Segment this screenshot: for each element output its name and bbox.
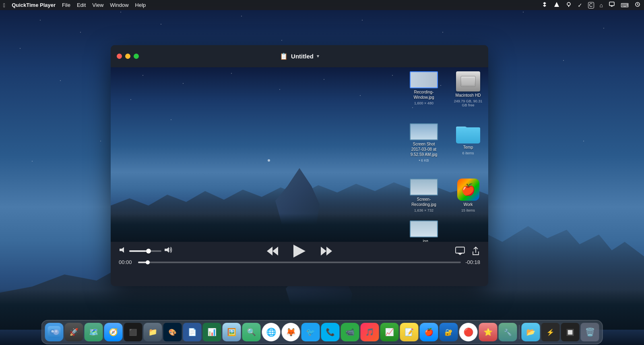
- maximize-button[interactable]: [134, 54, 139, 59]
- dock-music[interactable]: 🎵: [361, 323, 379, 341]
- title-chevron-icon[interactable]: ▾: [317, 54, 319, 59]
- controls-bar: 00:00 -00:18: [111, 242, 488, 286]
- svg-marker-14: [326, 247, 332, 256]
- quicktime-window: 📋 Untitled ▾: [111, 45, 488, 286]
- dock-appstore[interactable]: 🍎: [420, 323, 438, 341]
- fast-forward-button[interactable]: [319, 245, 334, 257]
- dock-facetime[interactable]: 📹: [341, 323, 359, 341]
- screenshot-thumb: [410, 123, 438, 140]
- dock-finder[interactable]: [45, 323, 64, 341]
- dock-launchpad[interactable]: 🚀: [65, 323, 83, 341]
- airplay-menubar-icon[interactable]: [609, 1, 615, 9]
- progress-row: 00:00 -00:18: [119, 259, 480, 265]
- video-area: Recording-Window.jpg 1,600 × 480 Macinto…: [111, 67, 488, 242]
- video-icon-screenshot: Screen Shot 2017-03-08 at 9.52.59 AM.jpg…: [408, 123, 440, 162]
- video-icon-row-2: Screen Shot 2017-03-08 at 9.52.59 AM.jpg…: [408, 123, 484, 162]
- volume-low-icon[interactable]: [119, 246, 127, 256]
- dock-files[interactable]: 📁: [144, 323, 162, 341]
- volume-fill: [129, 250, 149, 252]
- dock-excel[interactable]: 📊: [203, 323, 221, 341]
- right-controls: [455, 246, 480, 256]
- menubar-view[interactable]: View: [92, 2, 103, 8]
- folder-icon: [456, 123, 480, 143]
- controls-top-row: [119, 246, 480, 256]
- c-icon[interactable]: C: [588, 2, 594, 8]
- dock-twitter[interactable]: 🐦: [301, 323, 320, 341]
- video-icon-screen-recording: Screen-Recording.jpg 1,636 × 732: [408, 179, 440, 212]
- menubar-edit[interactable]: Edit: [77, 2, 86, 8]
- partial-label: ...jpg: [419, 239, 428, 242]
- dock-photoshop[interactable]: 🎨: [163, 323, 182, 341]
- dock-misc1[interactable]: ⭐: [479, 323, 497, 341]
- dock-safari[interactable]: 🧭: [104, 323, 123, 341]
- dock-notes[interactable]: 📝: [400, 323, 419, 341]
- dock-misc3[interactable]: 🔲: [561, 323, 580, 341]
- progress-bar[interactable]: [138, 262, 461, 263]
- dock-files2[interactable]: 📂: [522, 323, 540, 341]
- dock-chrome[interactable]: 🌐: [262, 323, 281, 341]
- dock-numbers[interactable]: 📈: [380, 323, 399, 341]
- volume-knob: [146, 249, 151, 254]
- svg-rect-15: [456, 247, 464, 253]
- screen-recording-thumb: [410, 179, 438, 195]
- menubar-file[interactable]: File: [62, 2, 70, 8]
- dock: 🚀 🗺️ 🧭 ⬛ 📁 🎨 📄 📊 🖼️ 🔍 🌐 🦊 🐦 📞 📹 🎵 📈 📝 🍎 …: [41, 320, 603, 344]
- play-button[interactable]: [292, 243, 307, 259]
- airplay-button[interactable]: [455, 247, 465, 256]
- minimize-button[interactable]: [125, 54, 130, 59]
- 1password-menubar-icon[interactable]: [566, 1, 572, 9]
- keyboard-icon[interactable]: ⌨: [621, 2, 629, 8]
- volume-high-icon: [164, 246, 173, 256]
- recording-window-thumb: [410, 71, 438, 88]
- temp-folder-label: Temp: [463, 145, 473, 150]
- recording-window-label: Recording-Window.jpg: [408, 89, 440, 100]
- progress-knob: [146, 260, 150, 264]
- time-machine-icon[interactable]: [634, 1, 641, 9]
- dock-opera[interactable]: 🔴: [459, 323, 478, 341]
- window-title-text: Untitled: [291, 53, 314, 60]
- partial-thumb: [410, 220, 438, 237]
- video-content: Recording-Window.jpg 1,600 × 480 Macinto…: [111, 67, 488, 242]
- dock-maps[interactable]: 🗺️: [85, 323, 103, 341]
- dock-trash[interactable]: 🗑️: [581, 323, 599, 341]
- share-button[interactable]: [471, 246, 480, 256]
- svg-marker-13: [321, 247, 326, 256]
- svg-point-21: [55, 330, 58, 333]
- svg-marker-8: [120, 247, 124, 253]
- menubar-app-name[interactable]: QuickTime Player: [12, 2, 56, 8]
- video-icon-partial: ...jpg: [408, 220, 440, 242]
- work-label: Work: [463, 202, 473, 207]
- dock-something[interactable]: 🔍: [242, 323, 261, 341]
- svg-marker-16: [458, 253, 462, 255]
- menubar-left:  QuickTime Player File Edit View Window…: [3, 2, 146, 8]
- volume-slider[interactable]: [129, 250, 161, 252]
- apple-logo: 🍎: [457, 179, 479, 201]
- dock-misc2[interactable]: 🔧: [499, 323, 517, 341]
- window-title: 📋 Untitled ▾: [280, 52, 319, 60]
- menubar-window[interactable]: Window: [110, 2, 128, 8]
- screen-recording-sublabel: 1,636 × 732: [414, 208, 433, 212]
- traffic-lights: [117, 54, 139, 59]
- close-button[interactable]: [117, 54, 122, 59]
- dock-preview[interactable]: 🖼️: [223, 323, 241, 341]
- check-icon[interactable]: ✓: [578, 2, 582, 8]
- google-drive-icon[interactable]: [553, 1, 560, 9]
- home-icon[interactable]: ⌂: [600, 2, 603, 8]
- dock-terminal[interactable]: ⬛: [124, 323, 142, 341]
- document-icon: 📋: [280, 52, 288, 60]
- macintosh-hd-sublabel: 249.79 GB, 90.31 GB free: [452, 99, 484, 107]
- rewind-button[interactable]: [265, 245, 280, 257]
- dock-firefox[interactable]: 🦊: [282, 323, 300, 341]
- dock-word[interactable]: 📄: [183, 323, 202, 341]
- svg-rect-2: [568, 5, 569, 7]
- apple-menu[interactable]: : [3, 2, 5, 8]
- menubar-help[interactable]: Help: [135, 2, 146, 8]
- dock-skype[interactable]: 📞: [321, 323, 340, 341]
- dock-terminal2[interactable]: ⚡: [541, 323, 560, 341]
- playback-controls: [265, 243, 334, 259]
- work-sublabel: 15 items: [461, 208, 475, 212]
- dock-1password[interactable]: 🔐: [440, 323, 458, 341]
- window-titlebar: 📋 Untitled ▾: [111, 45, 488, 67]
- dropbox-icon[interactable]: [541, 1, 548, 9]
- video-icon-row-3: Screen-Recording.jpg 1,636 × 732 🍎 Work …: [408, 179, 484, 212]
